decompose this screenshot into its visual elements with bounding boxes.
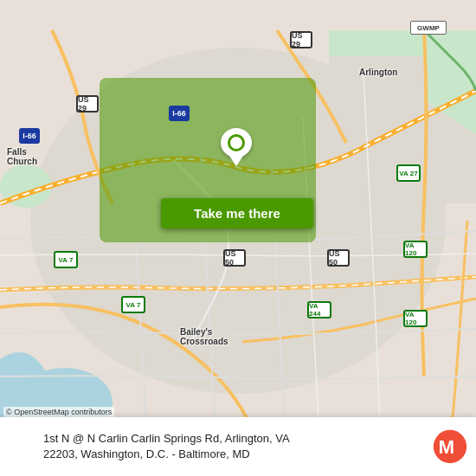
route-badge-us50-right: US 50 — [327, 249, 350, 267]
route-badge-va27: VA 27 — [396, 164, 421, 182]
pin-circle — [221, 128, 252, 158]
route-badge-va120-upper: VA 120 — [403, 241, 428, 258]
route-badge-gwmp: GWMP — [410, 21, 447, 35]
map-container: I-66 I-66 US 29 US 29 US 50 US 50 VA 7 V… — [0, 0, 476, 476]
address-text: 1st N @ N Carlin Carlin Springs Rd, Arli… — [43, 431, 424, 462]
route-badge-va244: VA 244 — [307, 301, 331, 318]
pin-tail — [229, 156, 243, 166]
route-badge-va7-mid: VA 7 — [121, 296, 145, 313]
place-label-falls-church: FallsChurch — [7, 147, 37, 166]
route-badge-us50-mid: US 50 — [223, 249, 246, 267]
place-label-arlington: Arlington — [359, 68, 397, 77]
svg-text:M: M — [438, 436, 454, 458]
place-label-baileys: Bailey'sCrossroads — [180, 327, 228, 346]
info-bar: 1st N @ N Carlin Carlin Springs Rd, Arli… — [0, 417, 476, 476]
route-badge-us29-right: US 29 — [290, 31, 312, 48]
route-badge-va7-left: VA 7 — [54, 251, 78, 268]
route-badge-va120-lower: VA 120 — [403, 310, 428, 327]
osm-attribution: © OpenStreetMap contributors — [3, 407, 114, 417]
route-badge-i66-mid: I-66 — [169, 106, 190, 121]
moovit-logo: M — [433, 429, 467, 464]
take-me-there-button[interactable]: Take me there — [161, 198, 313, 228]
route-badge-us29-left: US 29 — [76, 95, 99, 113]
location-pin — [221, 128, 252, 166]
route-badge-i66-left: I-66 — [19, 128, 40, 144]
